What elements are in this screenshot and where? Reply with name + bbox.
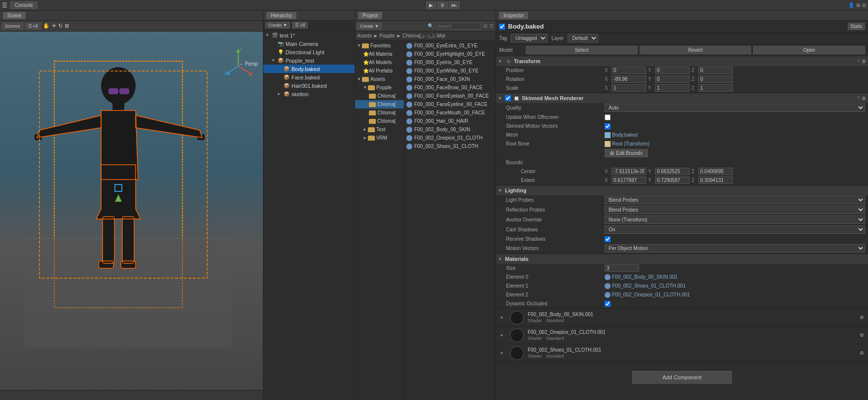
proj-file-11[interactable]: F00_002_Onepice_01_CLOTH <box>404 134 496 142</box>
hierarchy-scene-root[interactable]: ▼ 🎬 test 1* <box>263 31 355 39</box>
hierarchy-tab[interactable]: Hierarchy <box>266 12 296 19</box>
skinned-motion-checkbox[interactable] <box>605 123 611 129</box>
materials-section-header[interactable]: ▼ Materials <box>496 254 868 264</box>
cast-shadows-dropdown[interactable]: On <box>605 225 865 234</box>
proj-favorites[interactable]: ▼ Favorites <box>355 41 404 50</box>
transform-gear-icon[interactable]: ⚙ <box>862 59 866 64</box>
proj-popple[interactable]: ▼ Popple <box>355 83 404 92</box>
hierarchy-create-btn[interactable]: Create ▼ <box>265 22 290 29</box>
quality-dropdown[interactable]: Auto <box>605 104 865 112</box>
rot-x-input[interactable] <box>612 75 646 83</box>
proj-file-6[interactable]: F00_000_FaceEyelash_00_FACE <box>404 92 496 100</box>
update-offscreen-checkbox[interactable] <box>605 114 611 120</box>
gizmos-button[interactable]: Gizmos <box>2 23 23 30</box>
rot-z-input[interactable] <box>698 75 733 83</box>
hierarchy-item-directionallight[interactable]: 💡 Directional Light <box>263 48 355 56</box>
proj-file-8[interactable]: F00_000_FaceMouth_00_FACE <box>404 109 496 117</box>
proj-chloma3[interactable]: Chloma[ <box>355 109 404 117</box>
proj-chloma1[interactable]: Chloma[ <box>355 92 404 100</box>
hierarchy-item-bodybaked[interactable]: 📦 Body.baked <box>263 65 355 73</box>
hierarchy-item-facebaked[interactable]: 📦 Face.baked <box>263 73 355 81</box>
inspector-tab[interactable]: Inspector <box>499 12 528 19</box>
scale-y-input[interactable] <box>655 84 689 92</box>
material-item-0[interactable]: ► F00_002_Body_00_SKIN.001 Shader Standa… <box>496 309 868 327</box>
hierarchy-item-maincamera[interactable]: 📷 Main Camera <box>263 39 355 48</box>
play-button[interactable]: ▶ <box>426 1 436 9</box>
center-x-input[interactable] <box>612 168 646 175</box>
dynamic-occluded-checkbox[interactable] <box>605 301 611 307</box>
edit-bounds-button[interactable]: ⊞ Edit Bounds <box>605 149 648 157</box>
hierarchy-item-skeleton[interactable]: ► 📦 skelton <box>263 90 355 98</box>
anchor-override-dropdown[interactable]: None (Transform) <box>605 216 865 224</box>
project-tab[interactable]: Project <box>358 12 382 19</box>
pos-y-input[interactable] <box>655 67 689 74</box>
rotate-tool-icon[interactable]: ↻ <box>58 23 63 29</box>
light-probes-dropdown[interactable]: Blend Probes <box>605 196 865 204</box>
project-create-btn[interactable]: Create ▼ <box>357 23 382 30</box>
scale-x-input[interactable] <box>612 84 646 92</box>
project-search-input[interactable] <box>435 23 481 30</box>
extent-y-input[interactable] <box>655 177 689 184</box>
proj-all-prefabs[interactable]: ⭐ All Prefabs <box>355 67 404 75</box>
hierarchy-item-hairbaked[interactable]: 📦 Hair001.baked <box>263 81 355 90</box>
scale-z-input[interactable] <box>698 84 733 92</box>
add-component-button[interactable]: Add Component <box>632 371 732 384</box>
pos-z-input[interactable] <box>698 67 733 74</box>
center-y-input[interactable] <box>655 168 689 175</box>
select-button[interactable]: Select <box>526 46 638 54</box>
step-button[interactable]: ⏭ <box>449 1 460 9</box>
proj-file-4[interactable]: F00_000_Face_00_SKIN <box>404 75 496 83</box>
hierarchy-item-poppletest[interactable]: ▼ 📦 Popple_test <box>263 56 355 65</box>
material0-gear-icon[interactable]: ⚙ <box>860 315 864 320</box>
proj-all-models[interactable]: ⭐ All Models <box>355 58 404 67</box>
extent-z-input[interactable] <box>698 177 733 184</box>
rot-y-input[interactable] <box>655 75 689 83</box>
hand-tool-icon[interactable]: ✋ <box>43 23 50 29</box>
skinned-mesh-header[interactable]: ▼ 🔲 Skinned Mesh Renderer ? ⚙ <box>496 93 868 103</box>
lighting-section-header[interactable]: ▼ Lighting <box>496 185 868 195</box>
material-item-2[interactable]: ► F00_002_Shoes_01_CLOTH.001 Shader Stan… <box>496 344 868 362</box>
material-item-1[interactable]: ► F00_002_Onepice_01_CLOTH.001 Shader St… <box>496 327 868 344</box>
scale-tool-icon[interactable]: ⊞ <box>65 23 69 29</box>
materials-size-input[interactable] <box>605 264 639 272</box>
receive-shadows-checkbox[interactable] <box>605 236 611 242</box>
proj-file-10[interactable]: F00_002_Body_00_SKIN <box>404 125 496 134</box>
proj-file-9[interactable]: F00_000_Hair_00_HAIR <box>404 117 496 125</box>
object-enabled-checkbox[interactable] <box>499 24 505 30</box>
material2-expand-icon[interactable]: ► <box>500 351 506 355</box>
all-layers-button[interactable]: ☰ All <box>25 23 41 30</box>
proj-file-5[interactable]: F00_000_FaceBrow_00_FACE <box>404 83 496 92</box>
proj-file-0[interactable]: F00_000_EyeExtra_01_EYE <box>404 41 496 50</box>
material0-expand-icon[interactable]: ► <box>500 315 506 320</box>
proj-file-1[interactable]: F00_000_EyeHighlight_00_EYE <box>404 50 496 58</box>
proj-all-materials[interactable]: ⭐ All Materia <box>355 50 404 58</box>
hierarchy-all-btn[interactable]: ☰ All <box>292 22 308 29</box>
extent-x-input[interactable] <box>612 177 646 184</box>
scene-tab[interactable]: Scene <box>3 12 26 19</box>
proj-file-2[interactable]: F00_000_EyeIris_00_EYE <box>404 58 496 67</box>
layer-dropdown[interactable]: Default <box>568 34 598 42</box>
skinned-mesh-gear-icon[interactable]: ⚙ <box>862 96 866 101</box>
center-z-input[interactable] <box>698 168 733 175</box>
scene-view[interactable]: Y X Z ← Persp <box>0 32 263 390</box>
skinned-mesh-enabled[interactable] <box>505 95 511 101</box>
proj-file-7[interactable]: F00_000_FaceEyeline_00_FACE <box>404 100 496 109</box>
transform-section-header[interactable]: ▼ ⊹ Transform ? ⚙ <box>496 56 868 66</box>
proj-file-3[interactable]: F00_000_EyeWhite_00_EYE <box>404 67 496 75</box>
motion-vectors-dropdown[interactable]: Per Object Motion <box>605 244 865 253</box>
material2-gear-icon[interactable]: ⚙ <box>860 350 864 356</box>
proj-chloma2[interactable]: Chloma[ <box>355 100 404 109</box>
proj-vrm[interactable]: ► VRM <box>355 134 404 142</box>
move-tool-icon[interactable]: ✛ <box>52 23 56 29</box>
material1-gear-icon[interactable]: ⚙ <box>860 332 864 338</box>
console-tab[interactable]: Console <box>10 1 37 9</box>
proj-test[interactable]: ► Test <box>355 125 404 134</box>
pos-x-input[interactable] <box>612 67 646 74</box>
open-button[interactable]: Open <box>753 46 865 54</box>
proj-file-12[interactable]: F00_002_Shoes_01_CLOTH <box>404 142 496 150</box>
proj-chloma4[interactable]: Chloma[ <box>355 117 404 125</box>
static-badge[interactable]: Static <box>848 23 865 30</box>
proj-assets[interactable]: ▼ Assets <box>355 75 404 83</box>
pause-button[interactable]: ⏸ <box>437 1 448 9</box>
material1-expand-icon[interactable]: ► <box>500 333 506 337</box>
